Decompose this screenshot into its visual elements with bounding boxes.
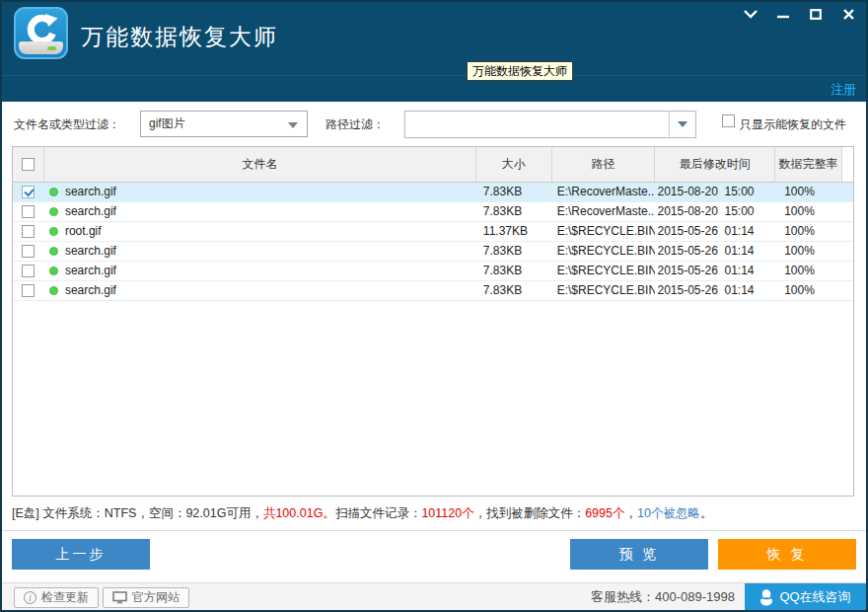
table-row[interactable]: search.gif 7.83KB E:\RecoverMaste.. 2015… bbox=[13, 183, 853, 202]
file-modified: 2015-05-26 01:14 bbox=[655, 262, 775, 280]
maximize-button[interactable] bbox=[806, 5, 826, 23]
file-size: 11.37KB bbox=[476, 222, 552, 241]
path-filter-label: 路径过滤： bbox=[326, 116, 385, 133]
file-integrity: 100% bbox=[775, 281, 853, 300]
file-modified: 2015-05-26 01:14 bbox=[655, 281, 775, 300]
file-path: E:\$RECYCLE.BIN.. bbox=[552, 242, 656, 261]
file-path: E:\$RECYCLE.BIN.. bbox=[552, 222, 656, 241]
only-recoverable-label: 只显示能恢复的文件 bbox=[740, 116, 846, 133]
info-icon: i bbox=[24, 591, 36, 604]
chevron-down-icon bbox=[678, 121, 687, 127]
file-integrity: 100% bbox=[775, 183, 853, 201]
file-size: 7.83KB bbox=[476, 202, 552, 221]
file-integrity: 100% bbox=[775, 222, 853, 241]
window-controls bbox=[741, 5, 858, 23]
header-integrity[interactable]: 数据完整率 bbox=[775, 147, 842, 182]
app-window: 万能数据恢复大师 注册 万能数据恢复大师 文件名或类型过滤： gif图片 路径过… bbox=[0, 0, 868, 612]
preview-button[interactable]: 预 览 bbox=[570, 539, 708, 570]
official-site-label: 官方网站 bbox=[132, 589, 180, 606]
register-link[interactable]: 注册 bbox=[831, 81, 856, 99]
file-integrity: 100% bbox=[775, 262, 853, 280]
header-modified[interactable]: 最后修改时间 bbox=[655, 147, 775, 182]
table-row[interactable]: search.gif 7.83KB E:\$RECYCLE.BIN.. 2015… bbox=[13, 262, 853, 281]
file-size: 7.83KB bbox=[476, 183, 552, 201]
minimize-button[interactable] bbox=[773, 5, 793, 23]
path-dropdown-button[interactable] bbox=[669, 112, 695, 137]
recoverable-dot-icon bbox=[49, 247, 58, 256]
drive-led bbox=[47, 46, 56, 50]
divider bbox=[0, 530, 868, 531]
status-segment: 101120个 bbox=[421, 506, 473, 520]
filter-bar: 文件名或类型过滤： gif图片 路径过滤： 只显示能恢复的文件 bbox=[0, 102, 868, 146]
app-title: 万能数据恢复大师 bbox=[81, 22, 278, 52]
file-path: E:\$RECYCLE.BIN.. bbox=[552, 262, 656, 280]
file-path: E:\RecoverMaste.. bbox=[552, 183, 656, 201]
table-row[interactable]: search.gif 7.83KB E:\$RECYCLE.BIN.. 2015… bbox=[13, 281, 853, 301]
status-segment: 共100.01G。 bbox=[263, 506, 335, 520]
table-body: search.gif 7.83KB E:\RecoverMaste.. 2015… bbox=[13, 183, 853, 301]
type-filter-label: 文件名或类型过滤： bbox=[14, 116, 120, 133]
file-name: search.gif bbox=[65, 183, 116, 201]
path-filter-combo bbox=[404, 111, 696, 138]
file-path: E:\$RECYCLE.BIN.. bbox=[552, 281, 656, 300]
header-size[interactable]: 大小 bbox=[476, 147, 552, 182]
tooltip: 万能数据恢复大师 bbox=[467, 61, 573, 81]
path-filter-input[interactable] bbox=[405, 112, 670, 137]
status-text: [E盘] 文件系统：NTFS，空间：92.01G可用，共100.01G。扫描文件… bbox=[12, 506, 712, 520]
close-button[interactable] bbox=[838, 5, 858, 23]
monitor-icon bbox=[112, 591, 127, 604]
table-header: 文件名 大小 路径 最后修改时间 数据完整率 bbox=[13, 147, 853, 183]
file-name: search.gif bbox=[65, 262, 116, 280]
row-checkbox[interactable] bbox=[22, 265, 35, 277]
row-checkbox[interactable] bbox=[22, 186, 35, 198]
title-bar: 万能数据恢复大师 注册 bbox=[0, 0, 868, 102]
chevron-down-icon bbox=[288, 122, 298, 128]
header-path[interactable]: 路径 bbox=[552, 147, 656, 182]
header-checkbox-cell bbox=[13, 147, 44, 182]
scrollbar-track[interactable] bbox=[842, 147, 853, 182]
table-row[interactable]: search.gif 7.83KB E:\$RECYCLE.BIN.. 2015… bbox=[13, 242, 853, 262]
file-name: root.gif bbox=[65, 222, 102, 241]
file-name: search.gif bbox=[65, 202, 116, 221]
status-segment: ，找到被删除文件： bbox=[474, 506, 586, 520]
recoverable-dot-icon bbox=[49, 207, 58, 216]
drive-base bbox=[19, 41, 63, 54]
footer-bar: i 检查更新 官方网站 客服热线：400-089-1998 QQ在线咨询 bbox=[0, 582, 868, 612]
recoverable-dot-icon bbox=[49, 188, 58, 196]
select-all-checkbox[interactable] bbox=[22, 158, 35, 171]
file-modified: 2015-08-20 15:00 bbox=[655, 183, 775, 201]
recoverable-dot-icon bbox=[49, 267, 58, 275]
status-segment: 。 bbox=[700, 506, 713, 520]
type-filter-value: gif图片 bbox=[149, 116, 185, 130]
table-row[interactable]: search.gif 7.83KB E:\RecoverMaste.. 2015… bbox=[13, 202, 853, 222]
file-path: E:\RecoverMaste.. bbox=[552, 202, 656, 221]
app-logo-icon bbox=[14, 7, 68, 59]
check-update-button[interactable]: i 检查更新 bbox=[14, 587, 99, 608]
file-modified: 2015-05-26 01:14 bbox=[655, 242, 775, 261]
menu-chevron-icon[interactable] bbox=[741, 5, 760, 23]
file-integrity: 100% bbox=[775, 202, 853, 221]
check-update-label: 检查更新 bbox=[41, 589, 89, 606]
file-table: 文件名 大小 路径 最后修改时间 数据完整率 search.gif 7.83KB… bbox=[12, 146, 854, 497]
row-checkbox[interactable] bbox=[22, 225, 35, 238]
row-checkbox[interactable] bbox=[22, 205, 35, 218]
row-checkbox[interactable] bbox=[22, 245, 35, 258]
recover-button[interactable]: 恢 复 bbox=[718, 539, 856, 570]
file-name: search.gif bbox=[65, 242, 116, 261]
recoverable-dot-icon bbox=[49, 227, 58, 236]
back-button[interactable]: 上一步 bbox=[12, 539, 150, 570]
table-row[interactable]: root.gif 11.37KB E:\$RECYCLE.BIN.. 2015-… bbox=[13, 222, 853, 242]
file-size: 7.83KB bbox=[476, 281, 552, 300]
header-filename[interactable]: 文件名 bbox=[44, 147, 476, 182]
qq-support-label: QQ在线咨询 bbox=[779, 588, 850, 606]
only-recoverable-checkbox[interactable] bbox=[722, 115, 735, 127]
official-site-button[interactable]: 官方网站 bbox=[103, 587, 189, 608]
qq-penguin-icon bbox=[760, 589, 773, 606]
recoverable-dot-icon bbox=[49, 286, 58, 295]
type-filter-select[interactable]: gif图片 bbox=[140, 111, 308, 137]
row-checkbox[interactable] bbox=[22, 284, 35, 297]
status-segment: [E盘] 文件系统：NTFS，空间：92.01G可用， bbox=[12, 506, 263, 520]
hotline-text: 客服热线：400-089-1998 bbox=[591, 583, 735, 611]
status-bar: [E盘] 文件系统：NTFS，空间：92.01G可用，共100.01G。扫描文件… bbox=[12, 497, 856, 530]
qq-support-button[interactable]: QQ在线咨询 bbox=[745, 583, 866, 611]
